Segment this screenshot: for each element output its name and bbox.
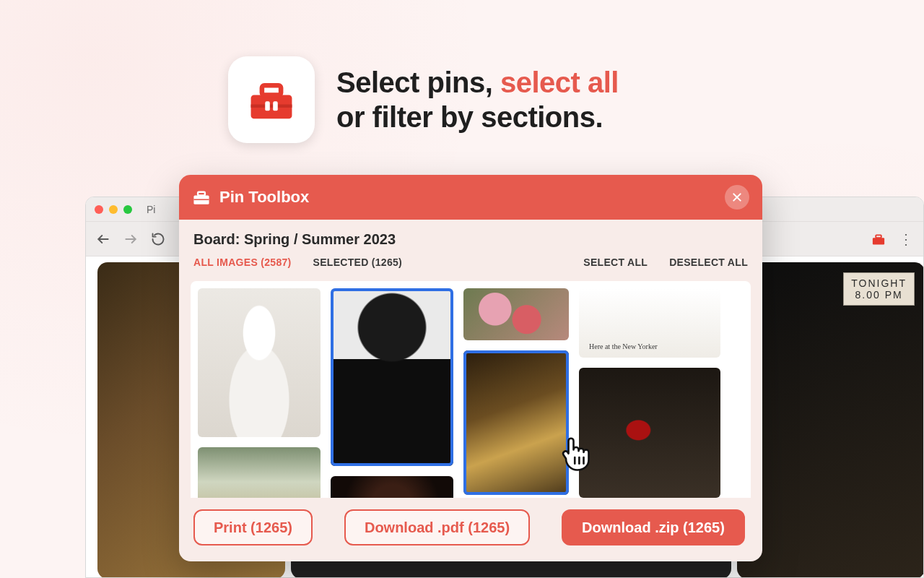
download-zip-button[interactable]: Download .zip (1265) <box>562 509 745 545</box>
close-icon <box>731 191 743 203</box>
promo-line1a: Select pins, <box>336 66 500 98</box>
pin-thumbnail[interactable] <box>579 368 720 498</box>
app-icon-tile <box>228 56 315 143</box>
select-all-link[interactable]: SELECT ALL <box>583 256 648 268</box>
filter-selected[interactable]: SELECTED (1265) <box>313 256 403 268</box>
svg-rect-3 <box>265 101 270 111</box>
promo-headline: Select pins, select all or filter by sec… <box>336 65 619 134</box>
panel-subheader: Board: Spring / Summer 2023 ALL IMAGES (… <box>179 220 762 272</box>
board-bg-tile <box>737 262 924 578</box>
pin-toolbox-panel: Pin Toolbox Board: Spring / Summer 2023 … <box>179 175 762 561</box>
svg-rect-4 <box>273 101 278 111</box>
thumbnail-grid <box>191 281 751 498</box>
promo-header: Select pins, select all or filter by sec… <box>228 56 619 143</box>
svg-rect-1 <box>251 105 292 108</box>
nav-forward-icon[interactable] <box>123 232 138 246</box>
browser-menu-icon[interactable]: ⋮ <box>899 232 913 246</box>
deselect-all-link[interactable]: DESELECT ALL <box>669 256 748 268</box>
svg-rect-11 <box>193 199 209 200</box>
svg-rect-7 <box>873 238 884 244</box>
window-close-dot[interactable] <box>95 205 103 214</box>
download-pdf-button[interactable]: Download .pdf (1265) <box>344 509 530 545</box>
window-zoom-dot[interactable] <box>123 205 132 214</box>
board-name: Board: Spring / Summer 2023 <box>193 231 748 248</box>
pin-thumbnail[interactable] <box>463 288 569 340</box>
pin-thumbnail[interactable] <box>198 288 321 437</box>
pin-thumbnail-selected[interactable] <box>463 350 569 495</box>
panel-header: Pin Toolbox <box>179 175 762 220</box>
svg-rect-10 <box>198 192 205 196</box>
filter-row: ALL IMAGES (2587) SELECTED (1265) SELECT… <box>193 256 748 268</box>
action-bar: Print (1265) Download .pdf (1265) Downlo… <box>179 498 762 561</box>
close-button[interactable] <box>725 185 749 210</box>
print-button[interactable]: Print (1265) <box>193 509 313 545</box>
browser-tab-label[interactable]: Pi <box>147 204 155 215</box>
pin-thumbnail[interactable] <box>331 476 453 498</box>
toolbox-icon <box>192 188 211 207</box>
pin-thumbnail-selected[interactable] <box>331 288 453 466</box>
window-minimize-dot[interactable] <box>109 205 118 214</box>
svg-rect-2 <box>262 85 281 95</box>
filter-all-images[interactable]: ALL IMAGES (2587) <box>193 256 292 268</box>
promo-line2: or filter by sections. <box>336 101 603 133</box>
promo-line1b: select all <box>500 66 619 98</box>
extension-toolbox-icon[interactable] <box>871 232 886 246</box>
nav-reload-icon[interactable] <box>151 232 165 246</box>
toolbox-icon <box>246 74 297 125</box>
panel-title: Pin Toolbox <box>219 188 309 207</box>
nav-back-icon[interactable] <box>96 232 110 246</box>
pin-thumbnail[interactable] <box>579 288 720 358</box>
pin-thumbnail[interactable] <box>198 447 321 498</box>
svg-rect-8 <box>876 235 881 238</box>
